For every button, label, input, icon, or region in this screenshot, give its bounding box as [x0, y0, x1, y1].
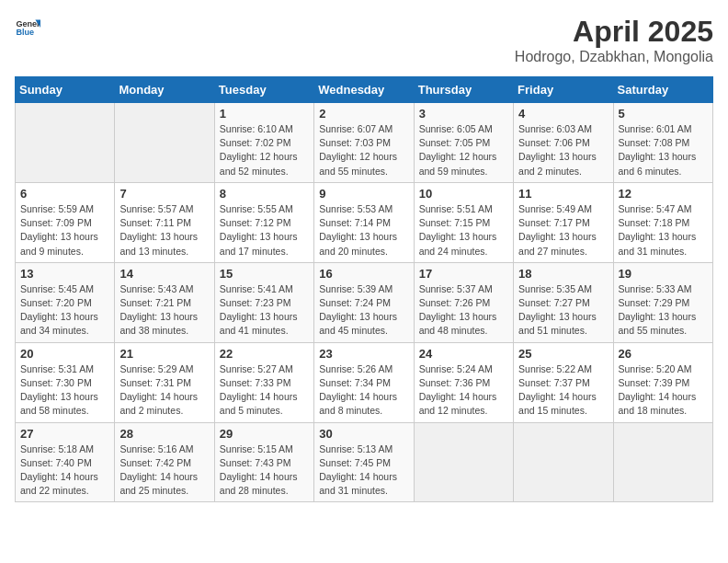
day-number: 13 [20, 267, 109, 281]
calendar-cell [414, 422, 513, 502]
day-info: Sunrise: 6:01 AM [619, 122, 708, 136]
day-number: 7 [119, 187, 209, 201]
day-info: Sunset: 7:08 PM [619, 136, 708, 150]
day-info: Daylight: 14 hours and 28 minutes. [220, 470, 309, 498]
day-info: Sunrise: 5:59 AM [20, 202, 109, 216]
calendar-cell: 8Sunrise: 5:55 AMSunset: 7:12 PMDaylight… [214, 182, 313, 262]
calendar-cell: 29Sunrise: 5:15 AMSunset: 7:43 PMDayligh… [214, 422, 313, 502]
day-info: Sunset: 7:34 PM [319, 376, 408, 390]
calendar-cell: 6Sunrise: 5:59 AMSunset: 7:09 PMDaylight… [16, 182, 115, 262]
calendar-week-row: 20Sunrise: 5:31 AMSunset: 7:30 PMDayligh… [16, 342, 713, 422]
day-number: 23 [319, 347, 408, 361]
main-title: April 2025 [515, 15, 713, 49]
calendar-cell: 22Sunrise: 5:27 AMSunset: 7:33 PMDayligh… [214, 342, 313, 422]
day-number: 8 [220, 187, 309, 201]
day-number: 24 [419, 347, 508, 361]
calendar-cell: 2Sunrise: 6:07 AMSunset: 7:03 PMDaylight… [314, 103, 414, 183]
day-info: Daylight: 13 hours and 6 minutes. [619, 150, 708, 178]
day-info: Sunset: 7:30 PM [20, 376, 109, 390]
day-number: 27 [20, 427, 109, 441]
day-number: 15 [220, 267, 309, 281]
day-info: Sunrise: 5:16 AM [119, 442, 209, 456]
day-number: 9 [319, 187, 408, 201]
calendar-cell [514, 422, 613, 502]
calendar-cell [613, 422, 712, 502]
day-info: Daylight: 14 hours and 18 minutes. [619, 390, 708, 418]
day-info: Sunset: 7:45 PM [319, 456, 408, 470]
day-info: Sunrise: 5:53 AM [319, 202, 408, 216]
day-info: Sunset: 7:33 PM [220, 376, 309, 390]
calendar-header-wednesday: Wednesday [314, 77, 414, 103]
day-info: Daylight: 13 hours and 51 minutes. [518, 310, 608, 338]
calendar-week-row: 13Sunrise: 5:45 AMSunset: 7:20 PMDayligh… [16, 262, 713, 342]
calendar-cell: 10Sunrise: 5:51 AMSunset: 7:15 PMDayligh… [414, 182, 513, 262]
day-number: 20 [20, 347, 109, 361]
calendar-week-row: 1Sunrise: 6:10 AMSunset: 7:02 PMDaylight… [16, 103, 713, 183]
day-info: Sunset: 7:39 PM [619, 376, 708, 390]
calendar-cell [16, 103, 115, 183]
day-number: 19 [619, 267, 708, 281]
day-info: Sunrise: 5:29 AM [119, 362, 209, 376]
day-number: 3 [419, 107, 508, 121]
calendar-table: SundayMondayTuesdayWednesdayThursdayFrid… [15, 76, 713, 502]
day-number: 29 [220, 427, 309, 441]
day-info: Sunset: 7:11 PM [119, 216, 209, 230]
calendar-cell: 25Sunrise: 5:22 AMSunset: 7:37 PMDayligh… [514, 342, 613, 422]
day-info: Daylight: 14 hours and 15 minutes. [518, 390, 608, 418]
calendar-cell: 30Sunrise: 5:13 AMSunset: 7:45 PMDayligh… [314, 422, 414, 502]
day-info: Sunset: 7:24 PM [319, 296, 408, 310]
day-info: Sunset: 7:05 PM [419, 136, 508, 150]
calendar-cell: 23Sunrise: 5:26 AMSunset: 7:34 PMDayligh… [314, 342, 414, 422]
day-info: Sunset: 7:31 PM [119, 376, 209, 390]
subtitle: Hodrogo, Dzabkhan, Mongolia [515, 49, 713, 65]
day-number: 11 [518, 187, 608, 201]
day-number: 22 [220, 347, 309, 361]
calendar-cell: 26Sunrise: 5:20 AMSunset: 7:39 PMDayligh… [613, 342, 712, 422]
calendar-cell: 20Sunrise: 5:31 AMSunset: 7:30 PMDayligh… [16, 342, 115, 422]
day-info: Sunrise: 5:41 AM [220, 282, 309, 296]
calendar-cell [115, 103, 214, 183]
logo: General Blue [15, 15, 40, 40]
day-number: 2 [319, 107, 408, 121]
day-info: Daylight: 13 hours and 24 minutes. [419, 230, 508, 258]
day-number: 21 [119, 347, 209, 361]
calendar-header-friday: Friday [514, 77, 613, 103]
day-info: Daylight: 13 hours and 27 minutes. [518, 230, 608, 258]
calendar-cell: 9Sunrise: 5:53 AMSunset: 7:14 PMDaylight… [314, 182, 414, 262]
calendar-header-monday: Monday [115, 77, 214, 103]
day-number: 16 [319, 267, 408, 281]
day-info: Daylight: 13 hours and 55 minutes. [619, 310, 708, 338]
day-info: Sunrise: 6:10 AM [220, 122, 309, 136]
day-info: Sunset: 7:02 PM [220, 136, 309, 150]
day-info: Sunrise: 5:51 AM [419, 202, 508, 216]
calendar-cell: 1Sunrise: 6:10 AMSunset: 7:02 PMDaylight… [214, 103, 313, 183]
day-info: Daylight: 13 hours and 34 minutes. [20, 310, 109, 338]
day-number: 4 [518, 107, 608, 121]
day-info: Daylight: 13 hours and 9 minutes. [20, 230, 109, 258]
day-info: Sunrise: 6:07 AM [319, 122, 408, 136]
day-number: 6 [20, 187, 109, 201]
day-info: Sunset: 7:40 PM [20, 456, 109, 470]
day-info: Sunrise: 5:24 AM [419, 362, 508, 376]
calendar-cell: 7Sunrise: 5:57 AMSunset: 7:11 PMDaylight… [115, 182, 214, 262]
day-info: Sunrise: 5:27 AM [220, 362, 309, 376]
day-info: Sunset: 7:15 PM [419, 216, 508, 230]
day-info: Sunset: 7:42 PM [119, 456, 209, 470]
day-info: Sunrise: 5:45 AM [20, 282, 109, 296]
day-info: Sunset: 7:17 PM [518, 216, 608, 230]
calendar-cell: 13Sunrise: 5:45 AMSunset: 7:20 PMDayligh… [16, 262, 115, 342]
day-info: Sunrise: 5:15 AM [220, 442, 309, 456]
day-info: Daylight: 13 hours and 41 minutes. [220, 310, 309, 338]
day-info: Daylight: 14 hours and 8 minutes. [319, 390, 408, 418]
day-info: Daylight: 14 hours and 31 minutes. [319, 470, 408, 498]
day-info: Sunrise: 6:05 AM [419, 122, 508, 136]
day-number: 28 [119, 427, 209, 441]
svg-text:Blue: Blue [16, 28, 34, 37]
day-info: Sunrise: 6:03 AM [518, 122, 608, 136]
day-info: Daylight: 14 hours and 12 minutes. [419, 390, 508, 418]
day-info: Daylight: 13 hours and 45 minutes. [319, 310, 408, 338]
day-info: Sunrise: 5:55 AM [220, 202, 309, 216]
day-info: Daylight: 13 hours and 17 minutes. [220, 230, 309, 258]
day-info: Sunset: 7:12 PM [220, 216, 309, 230]
calendar-cell: 16Sunrise: 5:39 AMSunset: 7:24 PMDayligh… [314, 262, 414, 342]
